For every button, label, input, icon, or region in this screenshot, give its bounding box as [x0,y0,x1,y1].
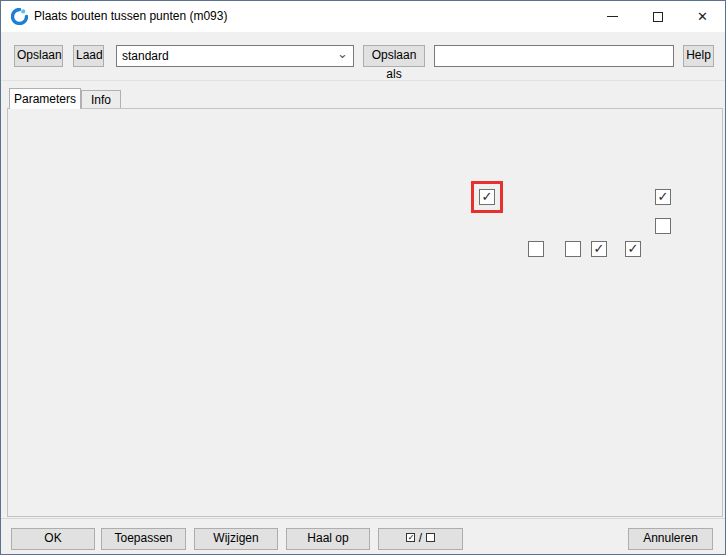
settings-value: standard [122,49,169,63]
checked-box-icon: ✓ [406,533,415,542]
save-button[interactable]: Opslaan [14,45,63,67]
title-bar: Plaats bouten tussen punten (m093) ✕ [1,1,725,32]
bolt-part-checkbox-1[interactable] [528,241,544,257]
save-as-input[interactable] [434,45,674,67]
toggle-checkboxes-button[interactable]: ✓ / [378,528,463,550]
load-button[interactable]: Laad [73,45,104,67]
ok-button[interactable]: OK [11,528,95,550]
bolt-part-checkbox-2[interactable] [565,241,581,257]
tab-info[interactable]: Info [81,90,121,109]
bolt-part-checkbox-extra[interactable] [655,218,671,234]
modify-button[interactable]: Wijzigen [194,528,278,550]
maximize-button[interactable] [635,1,680,32]
tab-parameters[interactable]: Parameters [9,88,81,109]
get-button[interactable]: Haal op [286,528,370,550]
dialog-window: Plaats bouten tussen punten (m093) ✕ Ops… [0,0,726,555]
bolt-part-checkbox-3[interactable]: ✓ [591,241,607,257]
tekla-logo-icon [11,8,28,25]
bolt-part-checkbox-4[interactable]: ✓ [625,241,641,257]
save-as-button[interactable]: Opslaan als [363,45,425,67]
apply-button[interactable]: Toepassen [101,528,186,550]
bolt-part-checkbox-shaft[interactable]: ✓ [479,189,495,205]
close-icon: ✕ [697,10,708,23]
chevron-down-icon: ⌄ [337,49,348,59]
cancel-button[interactable]: Annuleren [628,528,713,550]
settings-combobox[interactable]: standard ⌄ [116,45,354,67]
window-title: Plaats bouten tussen punten (m093) [34,9,227,23]
minimize-button[interactable] [590,1,635,32]
bolt-part-checkbox-stud[interactable]: ✓ [655,189,671,205]
footer-separator [1,518,725,519]
toolbar-separator [1,80,725,81]
tab-page [7,108,723,517]
minimize-icon [607,16,618,17]
unchecked-box-icon [426,533,435,542]
maximize-icon [653,12,663,22]
close-button[interactable]: ✕ [680,1,725,32]
toggle-separator-text: / [419,531,422,545]
help-button[interactable]: Help [683,45,714,67]
